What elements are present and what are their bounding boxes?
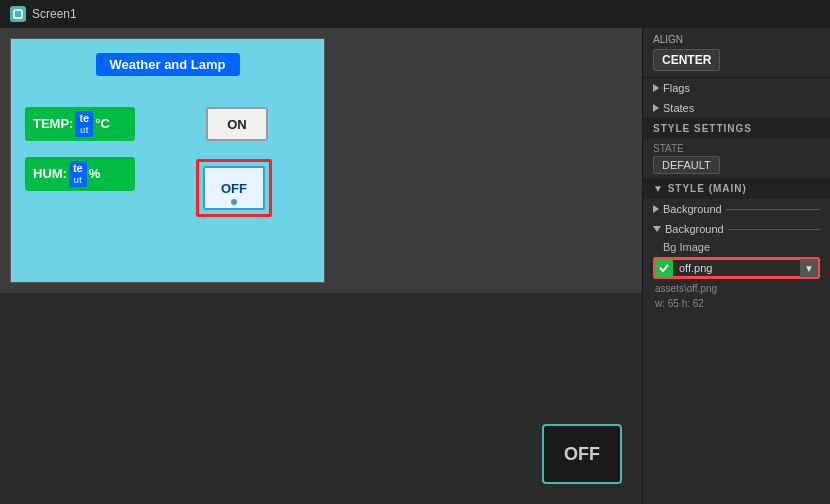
bg-collapsed-label: Background — [663, 203, 722, 215]
bg-collapsed-triangle-icon — [653, 205, 659, 213]
svg-rect-0 — [14, 10, 22, 18]
style-main-header: ▼ STYLE (MAIN) — [643, 178, 830, 199]
bg-image-label: Bg Image — [643, 239, 830, 255]
on-button[interactable]: ON — [206, 107, 268, 141]
canvas-below: OFF — [0, 293, 642, 504]
bg-divider — [726, 209, 820, 210]
align-value[interactable]: CENTER — [653, 49, 720, 71]
temp-value: te ut — [75, 111, 93, 137]
off-button-container[interactable]: OFF — [196, 159, 272, 217]
state-label: STATE — [653, 143, 820, 154]
temp-label: TEMP: — [33, 116, 73, 131]
temp-unit: °C — [95, 116, 110, 131]
hum-value: te ut — [69, 161, 87, 187]
canvas-area: Weather and Lamp TEMP: te ut °C HUM: te … — [0, 28, 642, 293]
right-panel: Align CENTER Flags States STYLE SETTINGS… — [642, 28, 830, 504]
flags-triangle-icon — [653, 84, 659, 92]
asset-path: assets\off.png — [643, 281, 830, 296]
states-row[interactable]: States — [643, 98, 830, 118]
flags-row[interactable]: Flags — [643, 78, 830, 98]
state-value[interactable]: DEFAULT — [653, 156, 720, 174]
main-layout: Weather and Lamp TEMP: te ut °C HUM: te … — [0, 28, 830, 504]
bg-image-checkbox[interactable] — [655, 259, 673, 277]
bg-image-filename: off.png — [673, 260, 800, 276]
topbar: Screen1 — [0, 0, 830, 28]
bg-image-selector[interactable]: off.png ▼ — [653, 257, 820, 279]
align-label: Align — [653, 34, 820, 45]
hum-label: HUM: — [33, 166, 67, 181]
style-settings-header: STYLE SETTINGS — [643, 118, 830, 139]
bg-expanded-label: Background — [665, 223, 724, 235]
hum-widget: HUM: te ut % — [25, 157, 135, 191]
bg-expanded-triangle-icon — [653, 226, 661, 232]
asset-size: w: 65 h: 62 — [643, 296, 830, 311]
bg-collapsed-row[interactable]: Background — [643, 199, 830, 219]
flags-label: Flags — [663, 82, 690, 94]
state-row: STATE DEFAULT — [643, 139, 830, 178]
align-section: Align CENTER — [643, 28, 830, 78]
states-triangle-icon — [653, 104, 659, 112]
hum-unit: % — [89, 166, 101, 181]
bg-image-dropdown-icon[interactable]: ▼ — [800, 259, 818, 277]
preview-off-button: OFF — [542, 424, 622, 484]
widget-title: Weather and Lamp — [95, 53, 239, 76]
bg-expanded-divider — [728, 229, 820, 230]
canvas-wrapper: Weather and Lamp TEMP: te ut °C HUM: te … — [0, 28, 642, 504]
temp-widget: TEMP: te ut °C — [25, 107, 135, 141]
screen-icon — [10, 6, 26, 22]
off-button[interactable]: OFF — [203, 166, 265, 210]
screen-canvas[interactable]: Weather and Lamp TEMP: te ut °C HUM: te … — [10, 38, 325, 283]
screen-title: Screen1 — [32, 7, 77, 21]
off-button-dot — [231, 199, 237, 205]
bg-expanded-row[interactable]: Background — [643, 219, 830, 239]
states-label: States — [663, 102, 694, 114]
